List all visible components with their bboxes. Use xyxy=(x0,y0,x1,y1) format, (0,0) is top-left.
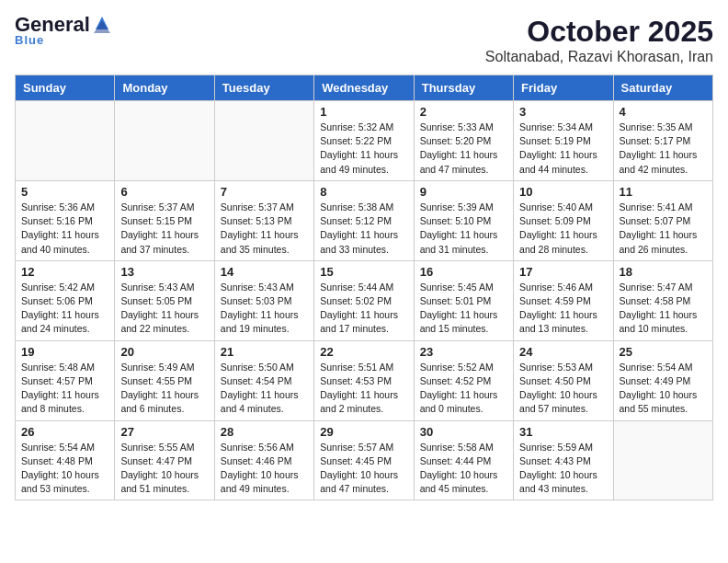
day-info: Sunrise: 5:37 AMSunset: 5:13 PMDaylight:… xyxy=(221,201,308,257)
weekday-header-thursday: Thursday xyxy=(414,75,513,101)
logo-blue: Blue xyxy=(15,33,44,47)
calendar-cell: 9Sunrise: 5:39 AMSunset: 5:10 PMDaylight… xyxy=(414,180,513,260)
calendar-cell: 29Sunrise: 5:57 AMSunset: 4:45 PMDayligh… xyxy=(314,420,414,500)
calendar-cell: 30Sunrise: 5:58 AMSunset: 4:44 PMDayligh… xyxy=(414,420,513,500)
svg-marker-1 xyxy=(94,20,110,33)
weekday-header-monday: Monday xyxy=(115,75,214,101)
day-info: Sunrise: 5:36 AMSunset: 5:16 PMDaylight:… xyxy=(21,201,108,257)
day-info: Sunrise: 5:56 AMSunset: 4:46 PMDaylight:… xyxy=(221,441,308,497)
day-number: 12 xyxy=(21,265,108,279)
calendar-cell: 28Sunrise: 5:56 AMSunset: 4:46 PMDayligh… xyxy=(214,420,313,500)
calendar-cell: 23Sunrise: 5:52 AMSunset: 4:52 PMDayligh… xyxy=(414,340,513,420)
day-number: 24 xyxy=(519,345,607,359)
day-number: 7 xyxy=(221,185,308,199)
calendar-cell: 25Sunrise: 5:54 AMSunset: 4:49 PMDayligh… xyxy=(613,340,712,420)
calendar-cell: 21Sunrise: 5:50 AMSunset: 4:54 PMDayligh… xyxy=(214,340,313,420)
calendar-week-3: 12Sunrise: 5:42 AMSunset: 5:06 PMDayligh… xyxy=(16,260,713,340)
day-number: 3 xyxy=(519,105,607,119)
calendar-table: SundayMondayTuesdayWednesdayThursdayFrid… xyxy=(15,75,713,500)
day-number: 16 xyxy=(420,265,507,279)
day-number: 15 xyxy=(320,265,407,279)
day-number: 30 xyxy=(420,425,507,439)
calendar-week-1: 1Sunrise: 5:32 AMSunset: 5:22 PMDaylight… xyxy=(16,101,713,181)
calendar-cell: 24Sunrise: 5:53 AMSunset: 4:50 PMDayligh… xyxy=(514,340,613,420)
day-info: Sunrise: 5:49 AMSunset: 4:55 PMDaylight:… xyxy=(120,361,208,417)
day-info: Sunrise: 5:35 AMSunset: 5:17 PMDaylight:… xyxy=(620,121,707,177)
calendar-cell: 2Sunrise: 5:33 AMSunset: 5:20 PMDaylight… xyxy=(414,101,513,181)
day-info: Sunrise: 5:48 AMSunset: 4:57 PMDaylight:… xyxy=(21,361,108,417)
calendar-cell: 27Sunrise: 5:55 AMSunset: 4:47 PMDayligh… xyxy=(115,420,214,500)
day-info: Sunrise: 5:57 AMSunset: 4:45 PMDaylight:… xyxy=(320,441,407,497)
day-number: 25 xyxy=(620,345,707,359)
calendar-cell: 31Sunrise: 5:59 AMSunset: 4:43 PMDayligh… xyxy=(514,420,613,500)
day-info: Sunrise: 5:38 AMSunset: 5:12 PMDaylight:… xyxy=(320,201,407,257)
day-info: Sunrise: 5:59 AMSunset: 4:43 PMDaylight:… xyxy=(519,441,607,497)
day-number: 9 xyxy=(420,185,507,199)
month-title: October 2025 xyxy=(485,15,713,49)
calendar-cell: 10Sunrise: 5:40 AMSunset: 5:09 PMDayligh… xyxy=(514,180,613,260)
day-info: Sunrise: 5:46 AMSunset: 4:59 PMDaylight:… xyxy=(519,281,607,337)
day-number: 20 xyxy=(120,345,208,359)
day-info: Sunrise: 5:42 AMSunset: 5:06 PMDaylight:… xyxy=(21,281,108,337)
weekday-header-friday: Friday xyxy=(514,75,613,101)
day-number: 11 xyxy=(620,185,707,199)
day-number: 28 xyxy=(221,425,308,439)
title-area: October 2025 Soltanabad, Razavi Khorasan… xyxy=(485,15,713,65)
day-info: Sunrise: 5:39 AMSunset: 5:10 PMDaylight:… xyxy=(420,201,507,257)
day-number: 10 xyxy=(519,185,607,199)
day-number: 29 xyxy=(320,425,407,439)
calendar-cell: 22Sunrise: 5:51 AMSunset: 4:53 PMDayligh… xyxy=(314,340,414,420)
calendar-cell: 17Sunrise: 5:46 AMSunset: 4:59 PMDayligh… xyxy=(514,260,613,340)
day-info: Sunrise: 5:50 AMSunset: 4:54 PMDaylight:… xyxy=(221,361,308,417)
day-number: 22 xyxy=(320,345,407,359)
weekday-header-sunday: Sunday xyxy=(16,75,115,101)
day-number: 5 xyxy=(21,185,108,199)
calendar-week-2: 5Sunrise: 5:36 AMSunset: 5:16 PMDaylight… xyxy=(16,180,713,260)
calendar-cell: 6Sunrise: 5:37 AMSunset: 5:15 PMDaylight… xyxy=(115,180,214,260)
logo-icon xyxy=(94,13,110,33)
calendar-cell: 26Sunrise: 5:54 AMSunset: 4:48 PMDayligh… xyxy=(16,420,115,500)
day-number: 18 xyxy=(620,265,707,279)
calendar-cell: 5Sunrise: 5:36 AMSunset: 5:16 PMDaylight… xyxy=(16,180,115,260)
calendar-cell: 8Sunrise: 5:38 AMSunset: 5:12 PMDaylight… xyxy=(314,180,414,260)
day-number: 1 xyxy=(320,105,407,119)
calendar-cell xyxy=(115,101,214,181)
day-number: 17 xyxy=(519,265,607,279)
day-number: 14 xyxy=(221,265,308,279)
day-info: Sunrise: 5:47 AMSunset: 4:58 PMDaylight:… xyxy=(620,281,707,337)
day-info: Sunrise: 5:33 AMSunset: 5:20 PMDaylight:… xyxy=(420,121,507,177)
weekday-header-saturday: Saturday xyxy=(613,75,712,101)
day-info: Sunrise: 5:41 AMSunset: 5:07 PMDaylight:… xyxy=(620,201,707,257)
calendar-week-5: 26Sunrise: 5:54 AMSunset: 4:48 PMDayligh… xyxy=(16,420,713,500)
logo-general: General xyxy=(15,15,90,35)
day-info: Sunrise: 5:52 AMSunset: 4:52 PMDaylight:… xyxy=(420,361,507,417)
day-number: 8 xyxy=(320,185,407,199)
day-info: Sunrise: 5:32 AMSunset: 5:22 PMDaylight:… xyxy=(320,121,407,177)
weekday-header-wednesday: Wednesday xyxy=(314,75,414,101)
day-info: Sunrise: 5:37 AMSunset: 5:15 PMDaylight:… xyxy=(120,201,208,257)
day-info: Sunrise: 5:44 AMSunset: 5:02 PMDaylight:… xyxy=(320,281,407,337)
calendar-cell xyxy=(613,420,712,500)
day-number: 2 xyxy=(420,105,507,119)
day-info: Sunrise: 5:58 AMSunset: 4:44 PMDaylight:… xyxy=(420,441,507,497)
day-number: 26 xyxy=(21,425,108,439)
day-number: 13 xyxy=(120,265,208,279)
page-header: General Blue October 2025 Soltanabad, Ra… xyxy=(15,15,713,65)
calendar-cell: 7Sunrise: 5:37 AMSunset: 5:13 PMDaylight… xyxy=(214,180,313,260)
day-info: Sunrise: 5:54 AMSunset: 4:48 PMDaylight:… xyxy=(21,441,108,497)
calendar-cell: 15Sunrise: 5:44 AMSunset: 5:02 PMDayligh… xyxy=(314,260,414,340)
calendar-cell: 3Sunrise: 5:34 AMSunset: 5:19 PMDaylight… xyxy=(514,101,613,181)
calendar-cell xyxy=(16,101,115,181)
day-info: Sunrise: 5:51 AMSunset: 4:53 PMDaylight:… xyxy=(320,361,407,417)
calendar-cell: 13Sunrise: 5:43 AMSunset: 5:05 PMDayligh… xyxy=(115,260,214,340)
calendar-cell: 16Sunrise: 5:45 AMSunset: 5:01 PMDayligh… xyxy=(414,260,513,340)
day-info: Sunrise: 5:53 AMSunset: 4:50 PMDaylight:… xyxy=(519,361,607,417)
day-number: 6 xyxy=(120,185,208,199)
logo: General Blue xyxy=(15,15,110,47)
day-info: Sunrise: 5:43 AMSunset: 5:05 PMDaylight:… xyxy=(120,281,208,337)
calendar-cell: 14Sunrise: 5:43 AMSunset: 5:03 PMDayligh… xyxy=(214,260,313,340)
day-info: Sunrise: 5:43 AMSunset: 5:03 PMDaylight:… xyxy=(221,281,308,337)
day-info: Sunrise: 5:54 AMSunset: 4:49 PMDaylight:… xyxy=(620,361,707,417)
calendar-cell xyxy=(214,101,313,181)
day-info: Sunrise: 5:55 AMSunset: 4:47 PMDaylight:… xyxy=(120,441,208,497)
